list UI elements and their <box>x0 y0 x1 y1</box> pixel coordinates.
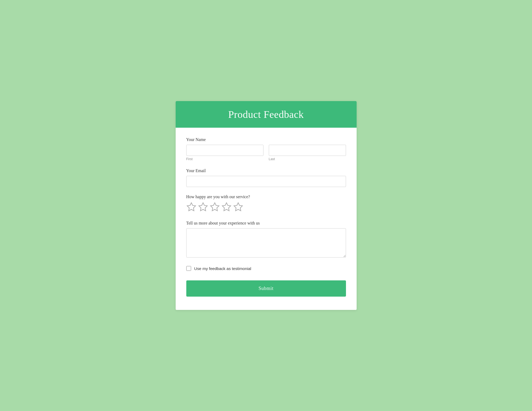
email-group: Your Email <box>186 168 346 187</box>
star-5[interactable] <box>233 202 243 213</box>
testimonial-row: Use my feedback as testimonial <box>186 266 346 271</box>
experience-group: Tell us more about your experience with … <box>186 221 346 259</box>
form-title: Product Feedback <box>186 109 346 120</box>
first-name-input[interactable] <box>186 145 263 156</box>
first-name-sublabel: First <box>186 157 263 161</box>
star-rating <box>186 202 346 213</box>
your-name-label: Your Name <box>186 137 346 142</box>
testimonial-checkbox[interactable] <box>186 266 191 271</box>
last-name-input[interactable] <box>269 145 346 156</box>
star-4[interactable] <box>221 202 232 213</box>
rating-group: How happy are you with our service? <box>186 194 346 213</box>
svg-marker-4 <box>234 203 242 211</box>
first-name-col: First <box>186 145 263 161</box>
name-group: Your Name First Last <box>186 137 346 161</box>
submit-button[interactable]: Submit <box>186 280 346 297</box>
your-email-label: Your Email <box>186 168 346 173</box>
experience-label: Tell us more about your experience with … <box>186 221 346 226</box>
star-1[interactable] <box>186 202 196 213</box>
rating-label: How happy are you with our service? <box>186 194 346 199</box>
testimonial-label[interactable]: Use my feedback as testimonial <box>194 266 251 271</box>
svg-marker-3 <box>222 203 231 211</box>
last-name-col: Last <box>269 145 346 161</box>
form-body: Your Name First Last Your Email How happ… <box>176 128 357 310</box>
svg-marker-0 <box>187 203 196 211</box>
form-header: Product Feedback <box>176 101 357 128</box>
name-row: First Last <box>186 145 346 161</box>
star-2[interactable] <box>198 202 208 213</box>
email-input[interactable] <box>186 176 346 187</box>
svg-marker-2 <box>211 203 219 211</box>
svg-marker-1 <box>199 203 207 211</box>
feedback-form-card: Product Feedback Your Name First Last Yo… <box>176 101 357 310</box>
experience-textarea[interactable] <box>186 228 346 258</box>
last-name-sublabel: Last <box>269 157 346 161</box>
star-3[interactable] <box>210 202 220 213</box>
